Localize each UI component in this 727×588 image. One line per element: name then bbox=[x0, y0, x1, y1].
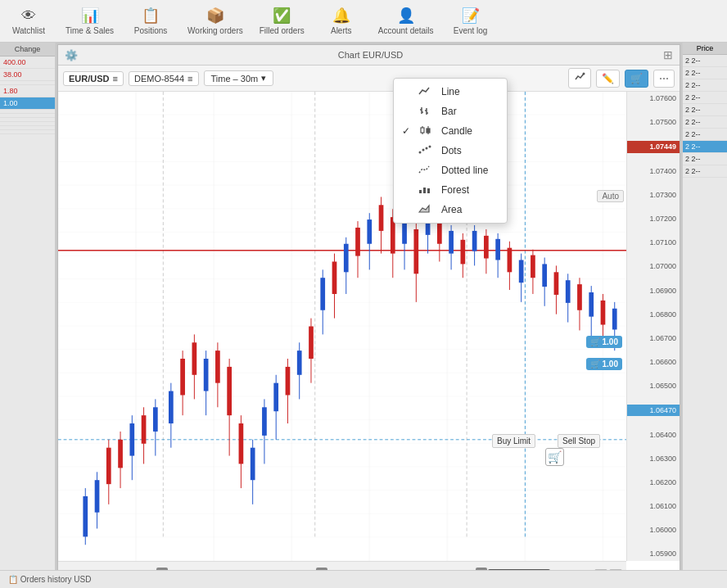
indicator-btn[interactable] bbox=[568, 68, 591, 88]
svg-rect-74 bbox=[461, 240, 466, 265]
left-panel-row-highlight: 1.00 bbox=[0, 97, 55, 110]
chart-grid-icon[interactable]: ⊞ bbox=[663, 48, 673, 61]
svg-point-114 bbox=[422, 149, 425, 152]
main-container: Change 400.00 38.00 1.80 1.00 ⚙️ Chart E… bbox=[0, 43, 727, 588]
working-orders-btn[interactable]: 📦 Working orders bbox=[187, 7, 243, 35]
svg-point-116 bbox=[429, 146, 431, 148]
svg-rect-52 bbox=[332, 261, 337, 294]
svg-rect-34 bbox=[227, 367, 232, 415]
svg-rect-10 bbox=[83, 496, 88, 536]
right-panel-row: 2 2-- bbox=[683, 104, 727, 116]
cart-icon-2: 🛒 bbox=[590, 360, 600, 369]
right-panel-row-highlight: 2 2-- bbox=[683, 141, 727, 153]
svg-rect-94 bbox=[577, 284, 582, 310]
account-details-icon: 👤 bbox=[397, 7, 415, 25]
chart-type-dropdown[interactable]: Line Bar Candle Dots Dotted line Forest bbox=[393, 78, 508, 224]
right-panel-row: 2 2-- bbox=[683, 79, 727, 92]
svg-rect-88 bbox=[542, 264, 547, 287]
chart-type-forest[interactable]: Forest bbox=[394, 180, 507, 200]
svg-rect-72 bbox=[449, 231, 454, 254]
watchlist-icon: 👁 bbox=[21, 7, 36, 25]
svg-rect-66 bbox=[413, 229, 418, 274]
svg-rect-16 bbox=[118, 440, 123, 468]
right-panel-row: 2 2-- bbox=[683, 165, 727, 178]
svg-rect-36 bbox=[239, 423, 244, 464]
buy-order-btn-2[interactable]: 🛒 1.00 bbox=[586, 358, 622, 370]
svg-rect-32 bbox=[215, 351, 220, 383]
alerts-btn[interactable]: 🔔 Alerts bbox=[321, 7, 362, 35]
chart-type-bar[interactable]: Bar bbox=[394, 102, 507, 121]
price-level: 1.07000 bbox=[627, 261, 680, 272]
chart-canvas bbox=[58, 92, 626, 561]
watchlist-btn[interactable]: 👁 Watchlist bbox=[8, 7, 49, 35]
svg-point-113 bbox=[419, 152, 422, 154]
chart-type-area[interactable]: Area bbox=[394, 200, 507, 219]
svg-rect-119 bbox=[427, 188, 430, 193]
svg-point-115 bbox=[426, 147, 428, 150]
price-level: 1.06100 bbox=[627, 501, 680, 512]
price-level: 1.07400 bbox=[627, 166, 680, 177]
svg-rect-22 bbox=[153, 407, 158, 432]
menu-icon: ≡ bbox=[113, 74, 118, 84]
right-panel-row: 2 2-- bbox=[683, 55, 727, 67]
svg-rect-78 bbox=[484, 236, 489, 259]
area-chart-icon bbox=[418, 204, 431, 215]
account-details-btn[interactable]: 👤 Account details bbox=[378, 7, 434, 35]
svg-rect-58 bbox=[367, 219, 372, 244]
svg-rect-24 bbox=[169, 391, 174, 424]
right-panel-row: 2 2-- bbox=[683, 129, 727, 141]
chart-body[interactable]: 1.07600 1.07500 1.07449 1.07400 1.07300 … bbox=[58, 92, 680, 586]
filled-orders-icon: ✅ bbox=[273, 7, 291, 25]
price-level: 1.06300 bbox=[627, 454, 680, 464]
event-log-btn[interactable]: 📝 Event log bbox=[450, 7, 491, 35]
svg-rect-110 bbox=[427, 129, 430, 133]
timeframe-selector[interactable]: Time – 30m ▾ bbox=[204, 70, 274, 86]
sell-stop-label: Sell Stop bbox=[558, 434, 600, 448]
chart-type-dotted-line[interactable]: Dotted line bbox=[394, 161, 507, 180]
top-toolbar: 👁 Watchlist 📊 Time & Sales 📋 Positions 📦… bbox=[0, 0, 727, 43]
buy-order-btn-1[interactable]: 🛒 1.00 bbox=[586, 336, 622, 348]
dotted-line-icon bbox=[418, 165, 431, 176]
price-level: 1.07500 bbox=[627, 117, 680, 128]
order-place-btn[interactable]: 🛒 bbox=[545, 448, 564, 466]
svg-rect-118 bbox=[423, 188, 426, 193]
order-btn[interactable]: 🛒 bbox=[625, 70, 648, 88]
svg-rect-26 bbox=[180, 359, 185, 395]
svg-rect-84 bbox=[519, 260, 524, 283]
svg-rect-82 bbox=[508, 248, 513, 273]
svg-rect-20 bbox=[142, 415, 147, 444]
svg-rect-2 bbox=[58, 92, 626, 561]
price-level: 1.06000 bbox=[627, 525, 680, 536]
svg-rect-48 bbox=[309, 327, 314, 360]
auto-scale-label[interactable]: Auto bbox=[597, 190, 624, 202]
chart-type-candle[interactable]: Candle bbox=[394, 121, 507, 141]
account-selector[interactable]: DEMO-8544 ≡ bbox=[129, 71, 199, 86]
price-level: 1.06400 bbox=[627, 430, 680, 441]
svg-rect-38 bbox=[251, 448, 255, 481]
symbol-selector[interactable]: EUR/USD ≡ bbox=[63, 71, 124, 86]
price-level: 1.06700 bbox=[627, 333, 680, 344]
price-level: 1.06600 bbox=[627, 357, 680, 368]
svg-rect-56 bbox=[355, 228, 360, 256]
cart-icon-1: 🛒 bbox=[590, 337, 600, 346]
buy-limit-label: Buy Limit bbox=[492, 434, 535, 448]
chart-header: ⚙️ Chart EUR/USD ⊞ bbox=[58, 45, 680, 66]
filled-orders-btn[interactable]: ✅ Filled orders bbox=[260, 7, 305, 35]
right-panel: Price 2 2-- 2 2-- 2 2-- 2 2-- 2 2-- 2 2-… bbox=[682, 43, 727, 588]
svg-point-0 bbox=[583, 73, 585, 75]
left-panel-row bbox=[0, 130, 55, 134]
svg-rect-98 bbox=[601, 301, 606, 325]
positions-btn[interactable]: 📋 Positions bbox=[130, 7, 171, 35]
chart-type-dots[interactable]: Dots bbox=[394, 141, 507, 161]
more-btn[interactable]: ⋯ bbox=[653, 70, 675, 88]
svg-rect-90 bbox=[554, 272, 559, 295]
right-panel-row: 2 2-- bbox=[683, 67, 727, 79]
account-menu-icon: ≡ bbox=[187, 74, 192, 84]
time-sales-btn[interactable]: 📊 Time & Sales bbox=[65, 7, 114, 35]
dots-chart-icon bbox=[418, 145, 431, 156]
chart-type-line[interactable]: Line bbox=[394, 82, 507, 102]
time-sales-icon: 📊 bbox=[81, 7, 99, 25]
svg-rect-80 bbox=[495, 239, 500, 260]
draw-btn[interactable]: ✏️ bbox=[596, 70, 620, 88]
event-log-icon: 📝 bbox=[462, 7, 480, 25]
